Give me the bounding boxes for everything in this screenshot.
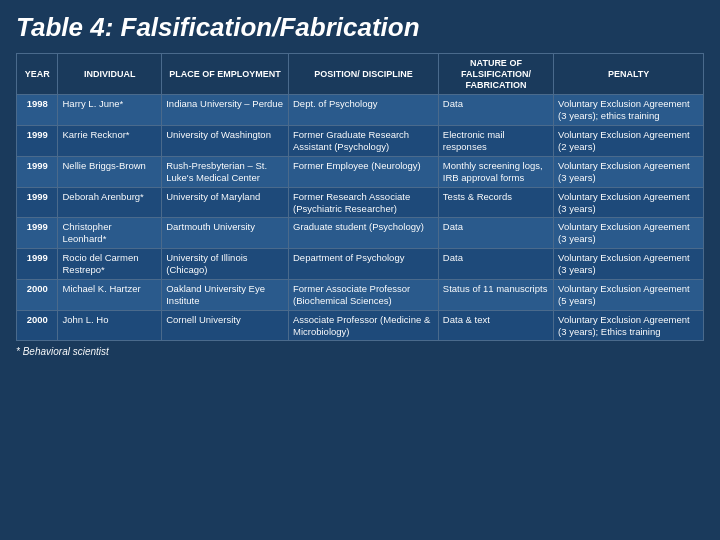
cell-penalty: Voluntary Exclusion Agreement (3 years);… <box>554 310 704 341</box>
cell-individual: Deborah Arenburg* <box>58 187 162 218</box>
cell-position: Former Graduate Research Assistant (Psyc… <box>289 126 439 157</box>
cell-individual: Christopher Leonhard* <box>58 218 162 249</box>
cell-nature: Status of 11 manuscripts <box>438 279 553 310</box>
header-nature: NATURE OF FALSIFICATION/ FABRICATION <box>438 54 553 95</box>
page: Table 4: Falsification/Fabrication YEAR … <box>0 0 720 540</box>
cell-nature: Data <box>438 218 553 249</box>
cell-year: 1999 <box>17 126 58 157</box>
cell-penalty: Voluntary Exclusion Agreement (3 years) <box>554 156 704 187</box>
cell-nature: Data & text <box>438 310 553 341</box>
table-row: 1999 Deborah Arenburg* University of Mar… <box>17 187 704 218</box>
cell-individual: Harry L. June* <box>58 95 162 126</box>
cell-nature: Tests & Records <box>438 187 553 218</box>
cell-place: Oakland University Eye Institute <box>162 279 289 310</box>
cell-place: Dartmouth University <box>162 218 289 249</box>
table-row: 1999 Christopher Leonhard* Dartmouth Uni… <box>17 218 704 249</box>
cell-penalty: Voluntary Exclusion Agreement (3 years);… <box>554 95 704 126</box>
cell-place: Rush-Presbyterian – St. Luke's Medical C… <box>162 156 289 187</box>
table-row: 2000 Michael K. Hartzer Oakland Universi… <box>17 279 704 310</box>
cell-position: Former Associate Professor (Biochemical … <box>289 279 439 310</box>
cell-penalty: Voluntary Exclusion Agreement (3 years) <box>554 249 704 280</box>
cell-individual: Nellie Briggs-Brown <box>58 156 162 187</box>
header-year: YEAR <box>17 54 58 95</box>
cell-position: Department of Psychology <box>289 249 439 280</box>
header-place: PLACE OF EMPLOYMENT <box>162 54 289 95</box>
cell-year: 1999 <box>17 187 58 218</box>
header-position: POSITION/ DISCIPLINE <box>289 54 439 95</box>
cell-nature: Electronic mail responses <box>438 126 553 157</box>
table-row: 1999 Karrie Recknor* University of Washi… <box>17 126 704 157</box>
cell-year: 1999 <box>17 156 58 187</box>
cell-year: 1999 <box>17 249 58 280</box>
cell-position: Associate Professor (Medicine & Microbio… <box>289 310 439 341</box>
cell-year: 2000 <box>17 310 58 341</box>
cell-year: 2000 <box>17 279 58 310</box>
cell-place: University of Illinois (Chicago) <box>162 249 289 280</box>
header-penalty: PENALTY <box>554 54 704 95</box>
cell-individual: Rocio del Carmen Restrepo* <box>58 249 162 280</box>
cell-year: 1998 <box>17 95 58 126</box>
cell-individual: Michael K. Hartzer <box>58 279 162 310</box>
cell-penalty: Voluntary Exclusion Agreement (3 years) <box>554 218 704 249</box>
cell-penalty: Voluntary Exclusion Agreement (5 years) <box>554 279 704 310</box>
cell-penalty: Voluntary Exclusion Agreement (2 years) <box>554 126 704 157</box>
cell-position: Dept. of Psychology <box>289 95 439 126</box>
cell-nature: Data <box>438 95 553 126</box>
cell-place: University of Washington <box>162 126 289 157</box>
table-row: 1998 Harry L. June* Indiana University –… <box>17 95 704 126</box>
footnote: * Behavioral scientist <box>16 346 704 357</box>
cell-penalty: Voluntary Exclusion Agreement (3 years) <box>554 187 704 218</box>
cell-place: University of Maryland <box>162 187 289 218</box>
falsification-table: YEAR INDIVIDUAL PLACE OF EMPLOYMENT POSI… <box>16 53 704 341</box>
cell-year: 1999 <box>17 218 58 249</box>
cell-position: Former Employee (Neurology) <box>289 156 439 187</box>
cell-position: Graduate student (Psychology) <box>289 218 439 249</box>
cell-nature: Monthly screening logs, IRB approval for… <box>438 156 553 187</box>
cell-position: Former Research Associate (Psychiatric R… <box>289 187 439 218</box>
cell-nature: Data <box>438 249 553 280</box>
table-row: 1999 Nellie Briggs-Brown Rush-Presbyteri… <box>17 156 704 187</box>
cell-individual: Karrie Recknor* <box>58 126 162 157</box>
table-row: 2000 John L. Ho Cornell University Assoc… <box>17 310 704 341</box>
cell-place: Indiana University – Perdue <box>162 95 289 126</box>
cell-individual: John L. Ho <box>58 310 162 341</box>
cell-place: Cornell University <box>162 310 289 341</box>
page-title: Table 4: Falsification/Fabrication <box>16 12 704 43</box>
header-individual: INDIVIDUAL <box>58 54 162 95</box>
table-row: 1999 Rocio del Carmen Restrepo* Universi… <box>17 249 704 280</box>
